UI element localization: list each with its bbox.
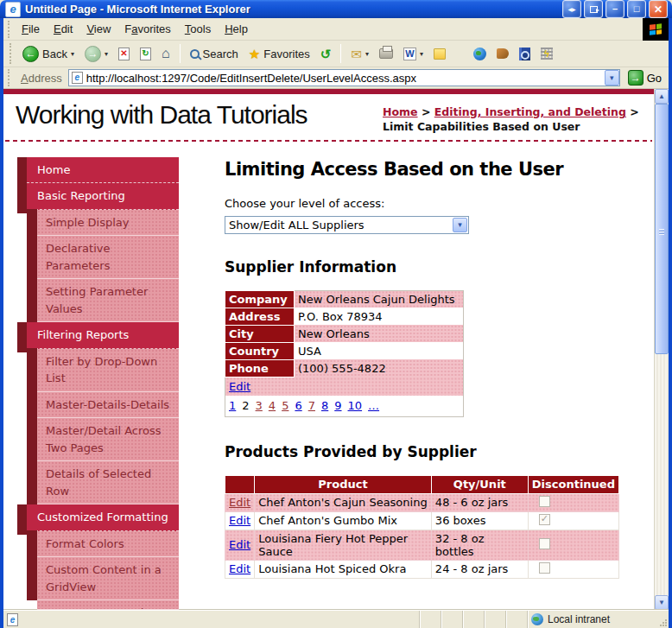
history-button[interactable]: ↺: [316, 46, 336, 62]
toolbar-grip[interactable]: [8, 69, 12, 86]
pager-link[interactable]: 4: [269, 399, 276, 412]
scrollbar-track[interactable]: [655, 354, 669, 595]
sidebar-item[interactable]: Customized Formatting: [27, 504, 179, 531]
menu-item[interactable]: View: [79, 19, 117, 39]
sidebar-item[interactable]: Master-Details-Details: [37, 392, 179, 419]
search-icon: [190, 49, 200, 59]
scrollbar-thumb[interactable]: [655, 104, 669, 354]
mail-icon: ✉: [351, 48, 362, 60]
ie-logo-icon: e: [5, 2, 21, 17]
split-view-button[interactable]: ◀▶: [562, 0, 581, 18]
refresh-button[interactable]: ↻: [136, 46, 155, 62]
breadcrumb-separator: >: [422, 105, 430, 118]
sidebar-item[interactable]: Filter by Drop-Down List: [37, 349, 179, 392]
pager-link[interactable]: 3: [256, 399, 263, 412]
supplier-field-row: Country USA: [225, 342, 464, 359]
product-row: Edit Chef Anton's Gumbo Mix 36 boxes: [225, 511, 619, 530]
sidebar-item[interactable]: Filtering Reports: [27, 322, 179, 349]
research-button[interactable]: [515, 46, 535, 62]
sidebar-item[interactable]: Format Colors: [37, 531, 179, 558]
sidebar-item[interactable]: Setting Parameter Values: [37, 279, 179, 322]
sidebar-item[interactable]: Custom Content in a: [37, 600, 179, 610]
scroll-down-button[interactable]: ▼: [655, 595, 669, 610]
pager-link[interactable]: 9: [334, 399, 341, 412]
breadcrumb-section-link[interactable]: Editing, Inserting, and Deleting: [434, 105, 626, 118]
select-arrow-icon[interactable]: ▾: [453, 218, 467, 232]
favorites-button[interactable]: ★ Favorites: [244, 46, 314, 62]
edit-dropdown-icon[interactable]: ▾: [420, 50, 423, 58]
back-dropdown-icon[interactable]: ▾: [71, 50, 74, 58]
menu-item[interactable]: Edit: [47, 19, 79, 39]
menu-item[interactable]: File: [15, 19, 47, 39]
back-button[interactable]: ← Back ▾: [18, 44, 79, 64]
sidebar-item[interactable]: Home: [27, 157, 179, 184]
scroll-up-button[interactable]: ▲: [655, 89, 669, 104]
pager-link[interactable]: 7: [308, 399, 315, 412]
popout-button[interactable]: [584, 0, 603, 18]
menu-item[interactable]: Favorites: [117, 19, 177, 39]
product-qty-cell: 24 - 8 oz jars: [431, 560, 528, 578]
close-button[interactable]: ✕: [649, 0, 668, 18]
pager-link[interactable]: …: [368, 399, 379, 412]
browser-extension-fox-button[interactable]: [492, 47, 513, 60]
address-dropdown-button[interactable]: ▾: [605, 70, 619, 86]
maximize-button[interactable]: □: [627, 0, 646, 18]
status-pane: [441, 611, 462, 628]
minimize-button[interactable]: –: [605, 0, 624, 18]
url-text[interactable]: http://localhost:1297/Code/EditInsertDel…: [86, 72, 605, 85]
forward-button[interactable]: → ▾: [80, 44, 112, 64]
supplier-edit-link[interactable]: Edit: [229, 380, 250, 393]
menu-item[interactable]: Help: [218, 19, 255, 39]
go-label: Go: [647, 72, 662, 85]
mail-dropdown-icon[interactable]: ▾: [365, 50, 369, 58]
resize-grip[interactable]: [656, 611, 669, 628]
pager-link[interactable]: 5: [282, 399, 288, 412]
product-edit-link[interactable]: Edit: [229, 538, 250, 551]
stop-button[interactable]: ✕: [114, 46, 134, 62]
go-button[interactable]: → Go: [624, 70, 665, 86]
discontinued-checkbox[interactable]: [539, 496, 550, 507]
menu-item[interactable]: Tools: [178, 19, 218, 39]
address-label: Address: [19, 72, 64, 85]
discontinued-checkbox[interactable]: [539, 562, 550, 574]
breadcrumb-home-link[interactable]: Home: [383, 105, 418, 118]
forward-icon: →: [85, 46, 101, 62]
access-level-select[interactable]: Show/Edit ALL Suppliers ▾: [225, 216, 469, 234]
sidebar-item[interactable]: Simple Display: [37, 210, 179, 237]
sidebar-item[interactable]: Basic Reporting: [27, 183, 179, 210]
home-button[interactable]: ⌂: [157, 45, 174, 62]
discontinued-checkbox[interactable]: [539, 514, 550, 525]
print-icon: [379, 48, 393, 59]
product-name-cell: Chef Anton's Cajun Seasoning: [255, 493, 432, 511]
product-row: Edit Louisiana Hot Spiced Okra 24 - 8 oz…: [225, 560, 619, 578]
pager-link[interactable]: 1: [229, 399, 236, 412]
back-label: Back: [42, 48, 67, 60]
toolbar-grip[interactable]: [10, 43, 14, 64]
search-button[interactable]: Search: [186, 46, 243, 62]
sidebar-item[interactable]: Custom Content in a GridView: [37, 557, 179, 600]
sidebar-item[interactable]: Declarative Parameters: [37, 236, 179, 279]
edit-with-word-button[interactable]: W ▾: [399, 46, 428, 62]
forward-dropdown-icon[interactable]: ▾: [105, 50, 108, 58]
vertical-scrollbar[interactable]: ▲ ▼: [654, 89, 669, 610]
notes-button[interactable]: [429, 47, 450, 61]
pager-link[interactable]: 8: [321, 399, 328, 412]
sidebar-item[interactable]: Details of Selected Row: [37, 461, 179, 504]
browser-extension-globe-button[interactable]: [469, 46, 491, 62]
discontinued-checkbox[interactable]: [539, 538, 550, 549]
pager-link[interactable]: 10: [348, 399, 363, 412]
messenger-button[interactable]: ϟ: [536, 46, 557, 61]
supplier-field-row: Phone (100) 555-4822: [225, 359, 464, 377]
toolbar-grip[interactable]: [8, 21, 12, 38]
sidebar-item-label: Setting Parameter Values: [46, 285, 148, 315]
pager-link[interactable]: 2: [242, 399, 249, 412]
menu-bar: File Edit View Favorites Tools Help: [3, 18, 669, 41]
product-edit-link[interactable]: Edit: [229, 562, 250, 575]
product-edit-link[interactable]: Edit: [229, 496, 250, 509]
address-input[interactable]: e http://localhost:1297/Code/EditInsertD…: [68, 69, 620, 86]
pager-link[interactable]: 6: [295, 399, 301, 412]
print-button[interactable]: [375, 47, 397, 60]
product-edit-link[interactable]: Edit: [229, 514, 250, 527]
mail-button[interactable]: ✉ ▾: [346, 46, 373, 62]
sidebar-item[interactable]: Master/Detail Across Two Pages: [37, 418, 179, 461]
